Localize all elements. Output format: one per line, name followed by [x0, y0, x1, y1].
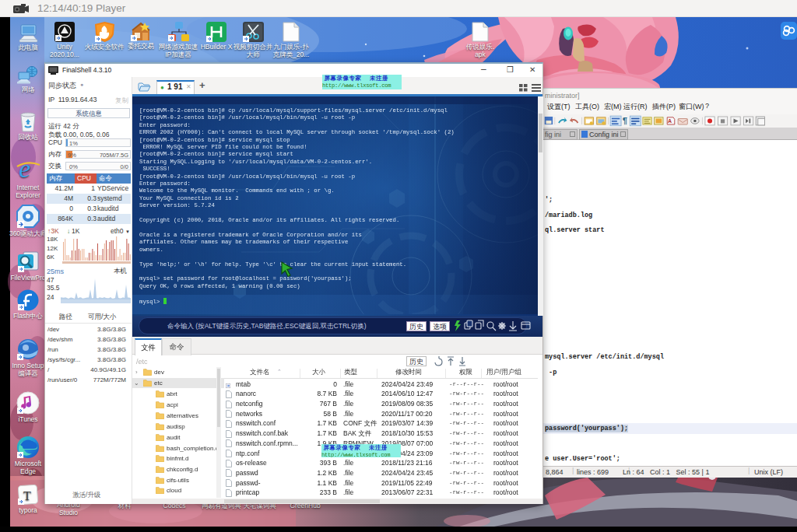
svg-text:T: T: [23, 489, 31, 502]
svg-text:A: A: [668, 118, 672, 124]
svg-text:¶: ¶: [623, 116, 627, 125]
svg-text:e: e: [19, 156, 30, 183]
